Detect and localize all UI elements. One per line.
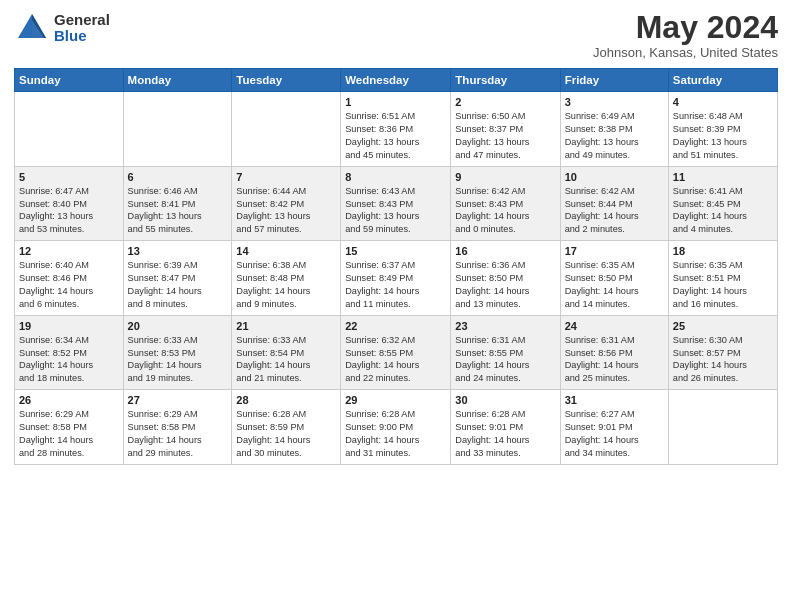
day-number: 7 bbox=[236, 171, 336, 183]
day-number: 3 bbox=[565, 96, 664, 108]
day-number: 11 bbox=[673, 171, 773, 183]
day-number: 26 bbox=[19, 394, 119, 406]
table-cell: 3Sunrise: 6:49 AM Sunset: 8:38 PM Daylig… bbox=[560, 92, 668, 167]
day-info: Sunrise: 6:43 AM Sunset: 8:43 PM Dayligh… bbox=[345, 185, 446, 237]
day-number: 12 bbox=[19, 245, 119, 257]
calendar-table: Sunday Monday Tuesday Wednesday Thursday… bbox=[14, 68, 778, 465]
table-cell bbox=[668, 390, 777, 465]
day-info: Sunrise: 6:37 AM Sunset: 8:49 PM Dayligh… bbox=[345, 259, 446, 311]
day-info: Sunrise: 6:41 AM Sunset: 8:45 PM Dayligh… bbox=[673, 185, 773, 237]
table-cell: 31Sunrise: 6:27 AM Sunset: 9:01 PM Dayli… bbox=[560, 390, 668, 465]
logo-general-text: General bbox=[54, 12, 110, 29]
day-number: 19 bbox=[19, 320, 119, 332]
day-number: 4 bbox=[673, 96, 773, 108]
day-info: Sunrise: 6:42 AM Sunset: 8:43 PM Dayligh… bbox=[455, 185, 555, 237]
col-saturday: Saturday bbox=[668, 69, 777, 92]
table-cell: 10Sunrise: 6:42 AM Sunset: 8:44 PM Dayli… bbox=[560, 166, 668, 241]
day-number: 1 bbox=[345, 96, 446, 108]
day-number: 28 bbox=[236, 394, 336, 406]
day-info: Sunrise: 6:50 AM Sunset: 8:37 PM Dayligh… bbox=[455, 110, 555, 162]
table-cell: 8Sunrise: 6:43 AM Sunset: 8:43 PM Daylig… bbox=[341, 166, 451, 241]
day-number: 24 bbox=[565, 320, 664, 332]
day-number: 10 bbox=[565, 171, 664, 183]
table-cell: 16Sunrise: 6:36 AM Sunset: 8:50 PM Dayli… bbox=[451, 241, 560, 316]
day-info: Sunrise: 6:38 AM Sunset: 8:48 PM Dayligh… bbox=[236, 259, 336, 311]
day-info: Sunrise: 6:28 AM Sunset: 9:00 PM Dayligh… bbox=[345, 408, 446, 460]
week-row-5: 26Sunrise: 6:29 AM Sunset: 8:58 PM Dayli… bbox=[15, 390, 778, 465]
page: General Blue May 2024 Johnson, Kansas, U… bbox=[0, 0, 792, 612]
day-info: Sunrise: 6:28 AM Sunset: 8:59 PM Dayligh… bbox=[236, 408, 336, 460]
week-row-1: 1Sunrise: 6:51 AM Sunset: 8:36 PM Daylig… bbox=[15, 92, 778, 167]
table-cell: 6Sunrise: 6:46 AM Sunset: 8:41 PM Daylig… bbox=[123, 166, 232, 241]
table-cell bbox=[15, 92, 124, 167]
table-cell: 15Sunrise: 6:37 AM Sunset: 8:49 PM Dayli… bbox=[341, 241, 451, 316]
day-info: Sunrise: 6:49 AM Sunset: 8:38 PM Dayligh… bbox=[565, 110, 664, 162]
title-block: May 2024 Johnson, Kansas, United States bbox=[593, 10, 778, 60]
logo-text: General Blue bbox=[54, 12, 110, 45]
day-number: 17 bbox=[565, 245, 664, 257]
week-row-3: 12Sunrise: 6:40 AM Sunset: 8:46 PM Dayli… bbox=[15, 241, 778, 316]
logo-blue-text: Blue bbox=[54, 28, 110, 45]
table-cell: 30Sunrise: 6:28 AM Sunset: 9:01 PM Dayli… bbox=[451, 390, 560, 465]
table-cell: 12Sunrise: 6:40 AM Sunset: 8:46 PM Dayli… bbox=[15, 241, 124, 316]
header: General Blue May 2024 Johnson, Kansas, U… bbox=[14, 10, 778, 60]
day-info: Sunrise: 6:35 AM Sunset: 8:51 PM Dayligh… bbox=[673, 259, 773, 311]
day-info: Sunrise: 6:30 AM Sunset: 8:57 PM Dayligh… bbox=[673, 334, 773, 386]
col-monday: Monday bbox=[123, 69, 232, 92]
day-info: Sunrise: 6:29 AM Sunset: 8:58 PM Dayligh… bbox=[128, 408, 228, 460]
day-number: 9 bbox=[455, 171, 555, 183]
table-cell: 2Sunrise: 6:50 AM Sunset: 8:37 PM Daylig… bbox=[451, 92, 560, 167]
day-info: Sunrise: 6:48 AM Sunset: 8:39 PM Dayligh… bbox=[673, 110, 773, 162]
day-number: 2 bbox=[455, 96, 555, 108]
table-cell: 1Sunrise: 6:51 AM Sunset: 8:36 PM Daylig… bbox=[341, 92, 451, 167]
table-cell bbox=[123, 92, 232, 167]
logo-icon bbox=[14, 10, 50, 46]
col-friday: Friday bbox=[560, 69, 668, 92]
day-info: Sunrise: 6:40 AM Sunset: 8:46 PM Dayligh… bbox=[19, 259, 119, 311]
day-info: Sunrise: 6:36 AM Sunset: 8:50 PM Dayligh… bbox=[455, 259, 555, 311]
day-number: 15 bbox=[345, 245, 446, 257]
day-info: Sunrise: 6:31 AM Sunset: 8:55 PM Dayligh… bbox=[455, 334, 555, 386]
day-info: Sunrise: 6:29 AM Sunset: 8:58 PM Dayligh… bbox=[19, 408, 119, 460]
day-number: 30 bbox=[455, 394, 555, 406]
day-info: Sunrise: 6:27 AM Sunset: 9:01 PM Dayligh… bbox=[565, 408, 664, 460]
day-info: Sunrise: 6:51 AM Sunset: 8:36 PM Dayligh… bbox=[345, 110, 446, 162]
col-sunday: Sunday bbox=[15, 69, 124, 92]
day-number: 5 bbox=[19, 171, 119, 183]
table-cell: 26Sunrise: 6:29 AM Sunset: 8:58 PM Dayli… bbox=[15, 390, 124, 465]
table-cell: 24Sunrise: 6:31 AM Sunset: 8:56 PM Dayli… bbox=[560, 315, 668, 390]
table-cell: 13Sunrise: 6:39 AM Sunset: 8:47 PM Dayli… bbox=[123, 241, 232, 316]
table-cell: 21Sunrise: 6:33 AM Sunset: 8:54 PM Dayli… bbox=[232, 315, 341, 390]
day-number: 29 bbox=[345, 394, 446, 406]
week-row-4: 19Sunrise: 6:34 AM Sunset: 8:52 PM Dayli… bbox=[15, 315, 778, 390]
table-cell: 9Sunrise: 6:42 AM Sunset: 8:43 PM Daylig… bbox=[451, 166, 560, 241]
day-info: Sunrise: 6:33 AM Sunset: 8:53 PM Dayligh… bbox=[128, 334, 228, 386]
table-cell: 22Sunrise: 6:32 AM Sunset: 8:55 PM Dayli… bbox=[341, 315, 451, 390]
week-row-2: 5Sunrise: 6:47 AM Sunset: 8:40 PM Daylig… bbox=[15, 166, 778, 241]
table-cell: 7Sunrise: 6:44 AM Sunset: 8:42 PM Daylig… bbox=[232, 166, 341, 241]
day-info: Sunrise: 6:33 AM Sunset: 8:54 PM Dayligh… bbox=[236, 334, 336, 386]
subtitle: Johnson, Kansas, United States bbox=[593, 45, 778, 60]
day-number: 22 bbox=[345, 320, 446, 332]
table-cell: 29Sunrise: 6:28 AM Sunset: 9:00 PM Dayli… bbox=[341, 390, 451, 465]
table-cell: 5Sunrise: 6:47 AM Sunset: 8:40 PM Daylig… bbox=[15, 166, 124, 241]
header-row: Sunday Monday Tuesday Wednesday Thursday… bbox=[15, 69, 778, 92]
table-cell: 23Sunrise: 6:31 AM Sunset: 8:55 PM Dayli… bbox=[451, 315, 560, 390]
day-info: Sunrise: 6:47 AM Sunset: 8:40 PM Dayligh… bbox=[19, 185, 119, 237]
day-info: Sunrise: 6:31 AM Sunset: 8:56 PM Dayligh… bbox=[565, 334, 664, 386]
table-cell: 19Sunrise: 6:34 AM Sunset: 8:52 PM Dayli… bbox=[15, 315, 124, 390]
logo: General Blue bbox=[14, 10, 110, 46]
day-info: Sunrise: 6:32 AM Sunset: 8:55 PM Dayligh… bbox=[345, 334, 446, 386]
day-info: Sunrise: 6:44 AM Sunset: 8:42 PM Dayligh… bbox=[236, 185, 336, 237]
day-number: 27 bbox=[128, 394, 228, 406]
day-number: 23 bbox=[455, 320, 555, 332]
day-info: Sunrise: 6:42 AM Sunset: 8:44 PM Dayligh… bbox=[565, 185, 664, 237]
day-number: 14 bbox=[236, 245, 336, 257]
table-cell: 28Sunrise: 6:28 AM Sunset: 8:59 PM Dayli… bbox=[232, 390, 341, 465]
main-title: May 2024 bbox=[593, 10, 778, 45]
day-info: Sunrise: 6:39 AM Sunset: 8:47 PM Dayligh… bbox=[128, 259, 228, 311]
table-cell: 17Sunrise: 6:35 AM Sunset: 8:50 PM Dayli… bbox=[560, 241, 668, 316]
day-info: Sunrise: 6:34 AM Sunset: 8:52 PM Dayligh… bbox=[19, 334, 119, 386]
day-info: Sunrise: 6:28 AM Sunset: 9:01 PM Dayligh… bbox=[455, 408, 555, 460]
day-number: 8 bbox=[345, 171, 446, 183]
